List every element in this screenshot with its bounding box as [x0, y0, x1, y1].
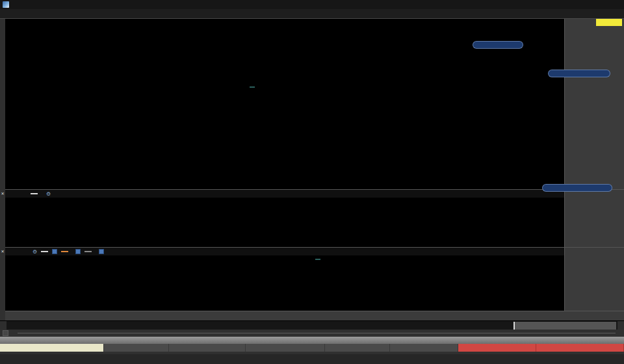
date-axis[interactable]: [0, 311, 624, 320]
rsi-line-swatch: [31, 193, 38, 194]
annotation-callout[interactable]: [473, 41, 523, 49]
ppo-ma-checkbox[interactable]: [75, 249, 81, 254]
rsi-header: ⚙: [5, 190, 564, 198]
symbol-title[interactable]: [16, 1, 17, 8]
quote-table-row[interactable]: [0, 344, 624, 352]
ppo-ma-swatch: [61, 251, 68, 252]
target-zone-label[interactable]: [250, 86, 255, 88]
scrollbar-thumb[interactable]: [514, 322, 616, 330]
divergence-label[interactable]: [315, 259, 320, 260]
ppo-plot[interactable]: [5, 255, 564, 311]
quote-ask-cell[interactable]: [246, 344, 325, 352]
chart-toolbar: [0, 9, 624, 19]
chart-area: ⚙ ⚙ ✕ ✕: [0, 19, 624, 320]
annotation-callout[interactable]: [548, 70, 610, 77]
ppo-osma-checkbox[interactable]: [99, 249, 104, 254]
quote-bid-size-cell[interactable]: [104, 344, 169, 352]
time-scrollbar[interactable]: [0, 320, 624, 330]
period-title[interactable]: [23, 1, 25, 8]
rsi-canvas[interactable]: [5, 198, 564, 247]
quote-ask-size-cell[interactable]: [325, 344, 390, 352]
quote-change-cell[interactable]: [458, 344, 536, 352]
divider: [18, 333, 616, 333]
scrollbar-right-arrow[interactable]: [618, 321, 624, 330]
quote-bid-cell[interactable]: [169, 344, 246, 352]
quote-table-header: [0, 337, 624, 344]
quote-instrument-cell[interactable]: [0, 344, 104, 352]
panel-splitter[interactable]: [0, 189, 624, 190]
ppo-header: ⚙: [5, 248, 564, 255]
ppo-osma-swatch: [84, 251, 92, 252]
quote-panel: [0, 330, 624, 354]
quote-last-cell[interactable]: [390, 344, 458, 352]
ppo-close-icon[interactable]: ✕: [0, 249, 5, 255]
quote-panel-header: [0, 330, 624, 337]
scrollbar-left-arrow[interactable]: [0, 321, 6, 330]
left-strip: ✕ ✕: [0, 19, 5, 320]
rsi-plot[interactable]: [5, 198, 564, 247]
status-bar: [0, 354, 624, 364]
price-axis[interactable]: [564, 19, 624, 311]
annotation-callout[interactable]: [542, 184, 612, 192]
ppo-config-icon[interactable]: ⚙: [32, 249, 37, 255]
last-price-badge: [596, 19, 622, 26]
ppo-line-checkbox[interactable]: [52, 249, 57, 254]
title-bar: [0, 0, 624, 9]
collapse-toggle-icon[interactable]: [3, 330, 8, 336]
app-icon: [3, 1, 9, 8]
panel-splitter[interactable]: [0, 247, 624, 248]
rsi-close-icon[interactable]: ✕: [0, 191, 5, 197]
quote-change-pct-cell[interactable]: [536, 344, 624, 352]
rsi-config-icon[interactable]: ⚙: [46, 191, 51, 197]
ppo-canvas[interactable]: [5, 255, 564, 311]
ppo-line-swatch: [41, 251, 48, 252]
